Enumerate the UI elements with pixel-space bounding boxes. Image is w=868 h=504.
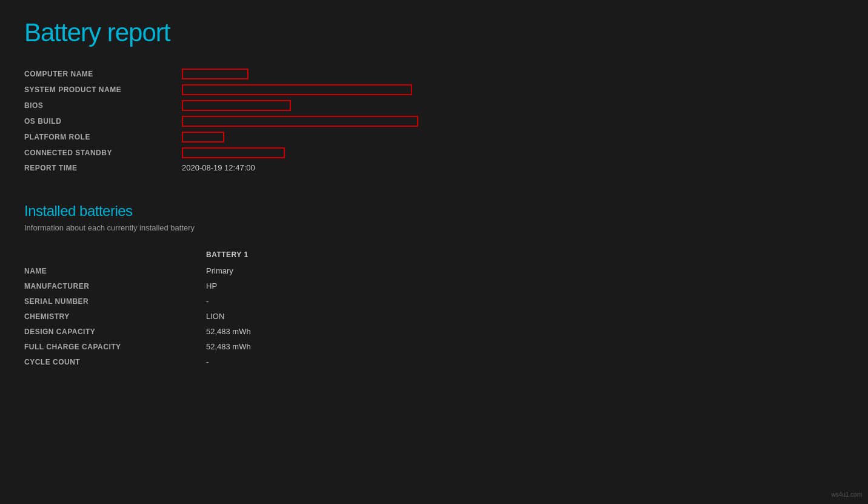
battery-row-full-charge: FULL CHARGE CAPACITY 52,483 mWh	[24, 342, 844, 351]
label-os-build: OS BUILD	[24, 117, 182, 126]
battery-value-full-charge: 52,483 mWh	[206, 342, 251, 351]
page-title: Battery report	[24, 18, 844, 47]
label-connected-standby: CONNECTED STANDBY	[24, 149, 182, 157]
label-computer-name: COMPUTER NAME	[24, 70, 182, 78]
info-row-system-product-name: SYSTEM PRODUCT NAME	[24, 84, 844, 95]
info-row-bios: BIOS	[24, 100, 844, 111]
installed-batteries-section: Installed batteries Information about ea…	[24, 203, 844, 366]
info-row-computer-name: COMPUTER NAME	[24, 69, 844, 79]
info-row-connected-standby: CONNECTED STANDBY	[24, 147, 844, 158]
info-row-report-time: REPORT TIME 2020-08-19 12:47:00	[24, 163, 844, 172]
battery-value-serial-number: -	[206, 297, 209, 306]
battery-value-design-capacity: 52,483 mWh	[206, 327, 251, 336]
battery-label-chemistry: CHEMISTRY	[24, 312, 206, 321]
battery-value-manufacturer: HP	[206, 281, 217, 291]
value-connected-standby-redacted	[182, 147, 285, 158]
label-report-time: REPORT TIME	[24, 164, 182, 172]
battery-value-name: Primary	[206, 266, 233, 275]
battery-label-manufacturer: MANUFACTURER	[24, 282, 206, 291]
battery-row-name: NAME Primary	[24, 266, 844, 275]
battery-label-design-capacity: DESIGN CAPACITY	[24, 328, 206, 336]
battery-label-cycle-count: CYCLE COUNT	[24, 358, 206, 366]
battery-label-name: NAME	[24, 267, 206, 275]
installed-batteries-title: Installed batteries	[24, 203, 844, 220]
battery-row-serial-number: SERIAL NUMBER -	[24, 297, 844, 306]
battery-label-col-empty	[24, 250, 206, 259]
battery-value-cycle-count: -	[206, 357, 209, 366]
system-info-table: COMPUTER NAME SYSTEM PRODUCT NAME BIOS O…	[24, 69, 844, 172]
value-system-product-name-redacted	[182, 84, 412, 95]
battery-row-cycle-count: CYCLE COUNT -	[24, 357, 844, 366]
value-bios-redacted	[182, 100, 291, 111]
battery-col-header: BATTERY 1	[206, 250, 249, 259]
battery-row-chemistry: CHEMISTRY LION	[24, 312, 844, 321]
watermark: ws4u1.com	[831, 491, 862, 498]
info-row-os-build: OS BUILD	[24, 116, 844, 127]
value-platform-role-redacted	[182, 132, 224, 143]
installed-batteries-subtitle: Information about each currently install…	[24, 223, 844, 232]
battery-label-full-charge: FULL CHARGE CAPACITY	[24, 343, 206, 351]
value-report-time: 2020-08-19 12:47:00	[182, 163, 255, 172]
battery-row-manufacturer: MANUFACTURER HP	[24, 281, 844, 291]
battery-table: BATTERY 1 NAME Primary MANUFACTURER HP S…	[24, 250, 844, 366]
info-row-platform-role: PLATFORM ROLE	[24, 132, 844, 143]
value-os-build-redacted	[182, 116, 418, 127]
battery-label-serial-number: SERIAL NUMBER	[24, 297, 206, 306]
battery-row-design-capacity: DESIGN CAPACITY 52,483 mWh	[24, 327, 844, 336]
label-platform-role: PLATFORM ROLE	[24, 133, 182, 141]
label-bios: BIOS	[24, 101, 182, 110]
battery-value-chemistry: LION	[206, 312, 224, 321]
label-system-product-name: SYSTEM PRODUCT NAME	[24, 86, 182, 94]
value-computer-name-redacted	[182, 69, 249, 79]
battery-header-row: BATTERY 1	[24, 250, 844, 259]
